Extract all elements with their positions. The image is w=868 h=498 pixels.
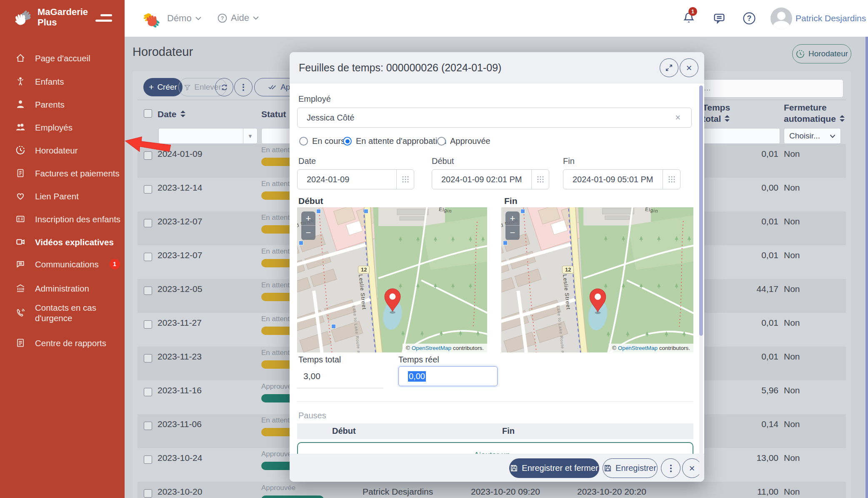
sidebar-item-lien-parent[interactable]: Lien Parent	[0, 185, 125, 207]
row-checkbox[interactable]	[144, 388, 152, 396]
sidebar-item-enfants[interactable]: Enfants	[0, 70, 125, 92]
employees-icon	[15, 122, 26, 133]
filter-icon	[184, 84, 191, 91]
debut-calendar-button[interactable]	[531, 170, 549, 189]
save-and-close-button[interactable]: Enregistrer et fermer	[509, 458, 599, 478]
fin-calendar-button[interactable]	[663, 170, 680, 189]
radio-approuvee[interactable]: Approuvée	[437, 136, 490, 146]
create-button[interactable]: + Créer	[143, 78, 183, 96]
zoom-out-button[interactable]: −	[505, 226, 520, 240]
modal-scrollbar-thumb[interactable]	[699, 86, 703, 336]
close-modal-button[interactable]: ×	[680, 58, 698, 77]
row-temps-total: 11,00	[700, 486, 778, 498]
row-checkbox[interactable]	[144, 489, 152, 498]
help-button[interactable]: ?	[742, 11, 756, 25]
row-checkbox[interactable]	[144, 422, 152, 430]
map-edit-handle[interactable]	[503, 241, 508, 245]
row-checkbox[interactable]	[144, 354, 152, 362]
invoice-icon	[15, 168, 26, 179]
radio-en-cours[interactable]: En cours	[299, 136, 345, 146]
column-header-temps-total[interactable]: Tempstotal	[703, 103, 730, 124]
help-circle-icon: ?	[742, 11, 756, 25]
modal-footer: Enregistrer et fermer Enregistrer ×	[290, 454, 704, 482]
sidebar-item-horodateur[interactable]: Horodateur	[0, 139, 125, 161]
refresh-button[interactable]	[215, 78, 233, 96]
sidebar-item-communications[interactable]: Communications 1	[0, 253, 125, 275]
sidebar-item-contacts[interactable]: Contacts en cas d'urgence	[0, 299, 125, 327]
user-menu[interactable]: Patrick Desjardins	[770, 8, 866, 29]
row-checkbox[interactable]	[144, 185, 152, 194]
close-icon: ×	[686, 63, 692, 73]
sidebar-item-factures[interactable]: Factures et paiements	[0, 162, 125, 184]
sidebar-item-parents[interactable]: Parents	[0, 93, 125, 115]
hamburger-menu-icon[interactable]	[95, 14, 112, 23]
modal-scrollbar[interactable]	[699, 86, 703, 478]
id-card-icon	[15, 214, 26, 224]
map-fin[interactable]: + − 12 Leslie Street Lake to Lake Route …	[501, 207, 693, 352]
map-edit-handle[interactable]	[299, 241, 303, 245]
notifications-button[interactable]: 1	[682, 10, 696, 25]
date-calendar-button[interactable]	[396, 170, 414, 189]
fermeture-filter-select[interactable]: Choisir...	[784, 128, 841, 144]
modal-more-actions-button[interactable]	[661, 458, 680, 478]
temps-total-label: Temps total	[298, 355, 341, 365]
sidebar-item-videos[interactable]: Vidéos explicatives	[0, 231, 125, 253]
table-row[interactable]: 2023-10-20 Approuvée Patrick Desjardins …	[138, 482, 846, 498]
clear-employe-icon[interactable]: ×	[675, 112, 680, 123]
column-header-date[interactable]: Date	[158, 109, 185, 119]
row-checkbox[interactable]	[144, 253, 152, 261]
row-fermeture: Non	[784, 452, 800, 464]
row-checkbox[interactable]	[144, 455, 152, 464]
map-edit-handle[interactable]	[520, 209, 525, 214]
help-menu[interactable]: ? Aide	[217, 13, 259, 23]
column-header-fermeture[interactable]: Fermetureautomatique	[784, 103, 845, 124]
openstreetmap-link[interactable]: OpenStreetMap	[618, 345, 658, 351]
date-input[interactable]: 2024-01-09	[297, 169, 414, 189]
modal-close-button[interactable]: ×	[682, 458, 702, 478]
map-edit-handle[interactable]	[364, 209, 368, 214]
radio-en-attente[interactable]: En attente d'approbation	[343, 136, 446, 146]
sidebar-item-rapports[interactable]: Centre de rapports	[0, 332, 125, 354]
zoom-in-button[interactable]: +	[505, 211, 520, 226]
calendar-grid-icon	[668, 176, 675, 183]
sidebar-item-inscription[interactable]: Inscription des enfants	[0, 208, 125, 230]
help-label: Aide	[231, 13, 249, 23]
horodateur-button[interactable]: Horodateur	[792, 44, 851, 63]
row-checkbox[interactable]	[144, 320, 152, 329]
section-divider	[297, 401, 693, 402]
temps-reel-input[interactable]: 0,00	[398, 366, 498, 386]
pause-debut-header: Début	[332, 426, 356, 436]
expand-modal-button[interactable]	[660, 58, 678, 77]
sidebar-item-accueil[interactable]: Page d'accueil	[0, 47, 125, 69]
date-filter-input[interactable]: ▼	[158, 128, 258, 144]
notification-count-badge: 1	[688, 7, 697, 16]
close-icon: ×	[689, 463, 695, 473]
map-edit-handle[interactable]	[331, 324, 336, 329]
page-scrollbar[interactable]	[865, 37, 868, 498]
debut-label: Début	[432, 156, 454, 166]
select-all-checkbox[interactable]	[144, 109, 152, 118]
row-date: 2023-10-24	[158, 452, 202, 464]
temps-total-filter-input[interactable]	[703, 128, 780, 144]
zoom-out-button[interactable]: −	[301, 226, 315, 240]
save-button[interactable]: Enregistrer	[603, 458, 658, 478]
chevron-down-icon: ▼	[243, 128, 257, 143]
map-edit-handle[interactable]	[316, 209, 321, 214]
map-debut-label: Début	[298, 196, 323, 206]
employe-input[interactable]: Jessica Côté ×	[297, 108, 692, 128]
row-checkbox[interactable]	[144, 287, 152, 295]
debut-input[interactable]: 2024-01-09 02:01 PM	[432, 169, 549, 189]
more-actions-button[interactable]	[234, 78, 253, 96]
openstreetmap-link[interactable]: OpenStreetMap	[412, 345, 451, 351]
row-date: 2023-11-27	[158, 317, 202, 329]
app-logo[interactable]: MaGarderiePlus	[10, 6, 88, 28]
row-checkbox[interactable]	[144, 219, 152, 227]
zoom-in-button[interactable]: +	[301, 211, 315, 226]
messages-button[interactable]	[712, 11, 726, 25]
map-debut[interactable]: + − 12 Leslie Street Lake to Lake Route …	[297, 207, 487, 352]
sidebar-item-employes[interactable]: Employés	[0, 116, 125, 138]
sidebar-item-administration[interactable]: Administration	[0, 277, 125, 299]
fin-input[interactable]: 2024-01-09 05:01 PM	[563, 169, 680, 189]
row-fermeture: Non	[784, 283, 800, 295]
org-switcher[interactable]: Démo	[141, 7, 202, 30]
